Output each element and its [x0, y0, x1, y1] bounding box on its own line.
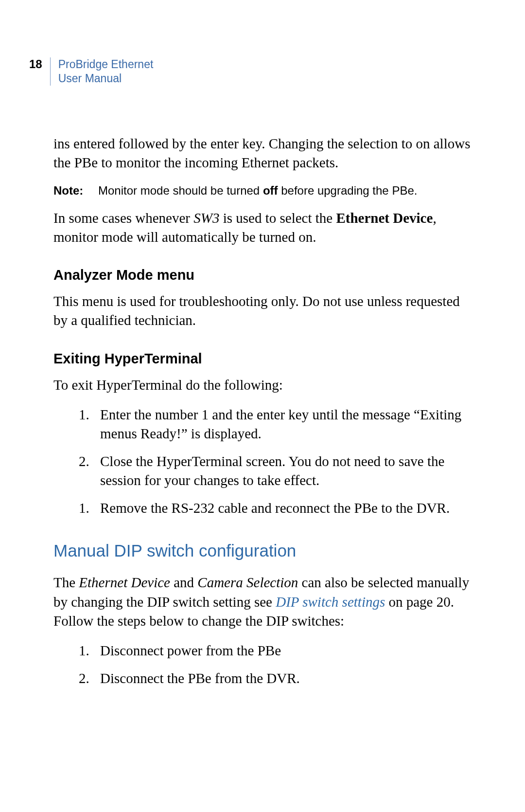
- dip-text-b: and: [170, 575, 197, 590]
- note-content: Monitor mode should be turned off before…: [98, 183, 417, 198]
- note-text-before: Monitor mode should be turned: [98, 184, 263, 197]
- dip-text-a: The: [53, 575, 79, 590]
- list-item: 1. Disconnect power from the PBe: [79, 641, 472, 660]
- doc-title-line1: ProBridge Ethernet: [58, 57, 154, 72]
- list-item: 1. Enter the number 1 and the enter key …: [79, 405, 472, 443]
- step-number: 1.: [79, 405, 100, 443]
- ethernet-device-italic: Ethernet Device: [79, 575, 170, 590]
- ethernet-device-bold: Ethernet Device: [336, 210, 433, 226]
- heading-exiting-hyperterminal: Exiting HyperTerminal: [53, 351, 472, 367]
- list-item: 2. Disconnect the PBe from the DVR.: [79, 669, 472, 688]
- header-titles: ProBridge Ethernet User Manual: [51, 57, 154, 86]
- paragraph-dip: The Ethernet Device and Camera Selection…: [53, 573, 472, 630]
- paragraph-continued: ins entered followed by the enter key. C…: [53, 134, 472, 172]
- dip-switch-settings-link[interactable]: DIP switch settings: [276, 594, 385, 610]
- paragraph-analyzer: This menu is used for troubleshooting on…: [53, 292, 472, 330]
- text-sw3-b: is used to select the: [219, 210, 336, 226]
- step-text: Disconnect power from the PBe: [100, 641, 281, 660]
- step-number: 1.: [79, 499, 100, 518]
- exit-steps-list: 1. Enter the number 1 and the enter key …: [79, 405, 472, 518]
- step-text: Remove the RS-232 cable and reconnect th…: [100, 499, 450, 518]
- note-block: Note: Monitor mode should be turned off …: [53, 183, 472, 198]
- camera-selection-italic: Camera Selection: [197, 575, 298, 590]
- text-sw3-a: In some cases whenever: [53, 210, 193, 226]
- paragraph-sw3: In some cases whenever SW3 is used to se…: [53, 209, 472, 247]
- step-text: Enter the number 1 and the enter key unt…: [100, 405, 472, 443]
- step-number: 1.: [79, 641, 100, 660]
- dip-steps-list: 1. Disconnect power from the PBe 2. Disc…: [79, 641, 472, 688]
- sw3-italic: SW3: [193, 210, 219, 226]
- heading-analyzer-mode: Analyzer Mode menu: [53, 267, 472, 283]
- note-text-after: before upgrading the PBe.: [278, 184, 418, 197]
- step-text: Disconnect the PBe from the DVR.: [100, 669, 300, 688]
- page-container: 18 ProBridge Ethernet User Manual ins en…: [0, 0, 525, 736]
- step-number: 2.: [79, 669, 100, 688]
- step-text: Close the HyperTerminal screen. You do n…: [100, 452, 472, 490]
- doc-title-line2: User Manual: [58, 72, 154, 86]
- heading-manual-dip: Manual DIP switch configuration: [53, 541, 472, 560]
- page-number: 18: [29, 57, 50, 71]
- note-label: Note:: [53, 183, 98, 198]
- list-item: 2. Close the HyperTerminal screen. You d…: [79, 452, 472, 490]
- step-number: 2.: [79, 452, 100, 490]
- paragraph-exit-intro: To exit HyperTerminal do the following:: [53, 376, 472, 395]
- note-bold-word: off: [263, 184, 278, 197]
- list-item: 1. Remove the RS-232 cable and reconnect…: [79, 499, 472, 518]
- page-header: 18 ProBridge Ethernet User Manual: [29, 57, 472, 86]
